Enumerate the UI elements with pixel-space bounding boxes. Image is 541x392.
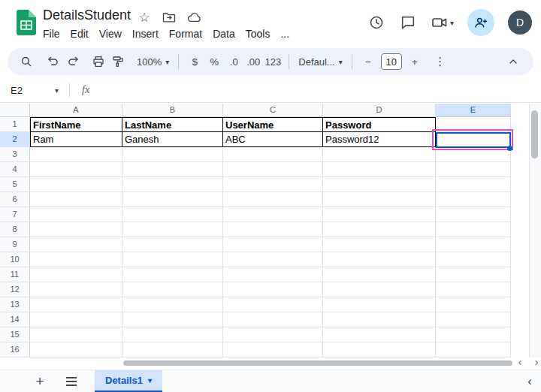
- scroll-left-icon[interactable]: ‹: [515, 357, 524, 367]
- column-header-E[interactable]: E: [436, 104, 511, 117]
- cell-C10[interactable]: [223, 252, 323, 267]
- cell-A15[interactable]: [30, 327, 122, 342]
- paint-format-button[interactable]: [108, 52, 128, 71]
- row-header-4[interactable]: 4: [0, 162, 30, 177]
- column-header-A[interactable]: A: [30, 104, 122, 117]
- cell-B1[interactable]: LastName: [122, 117, 223, 132]
- row-header-5[interactable]: 5: [0, 177, 30, 192]
- cell-C15[interactable]: [223, 327, 323, 342]
- menu-overflow[interactable]: ...: [275, 26, 295, 42]
- cell-E14[interactable]: [436, 312, 511, 327]
- cell-B3[interactable]: [122, 147, 223, 162]
- row-header-6[interactable]: 6: [0, 192, 30, 207]
- number-format-button[interactable]: 123: [263, 52, 283, 71]
- sheets-logo-icon[interactable]: [17, 10, 36, 35]
- row-header-1[interactable]: 1: [0, 117, 30, 132]
- all-sheets-menu-icon[interactable]: [60, 371, 83, 392]
- cell-B11[interactable]: [122, 267, 223, 282]
- cell-E13[interactable]: [436, 297, 511, 312]
- cell-E11[interactable]: [436, 267, 511, 282]
- cell-A3[interactable]: [30, 147, 122, 162]
- cell-D3[interactable]: [323, 147, 436, 162]
- cell-B12[interactable]: [122, 282, 223, 297]
- scroll-right-icon[interactable]: ›: [532, 357, 541, 367]
- column-header-D[interactable]: D: [323, 104, 436, 117]
- zoom-select[interactable]: 100% ▾: [134, 52, 172, 71]
- cell-A14[interactable]: [30, 312, 122, 327]
- cell-C1[interactable]: UserName: [223, 117, 323, 132]
- cell-D5[interactable]: [323, 177, 436, 192]
- menu-format[interactable]: Format: [164, 26, 207, 42]
- font-size-input[interactable]: 10: [381, 53, 402, 70]
- cell-D10[interactable]: [323, 252, 436, 267]
- more-options-icon[interactable]: ⋮: [431, 52, 450, 71]
- cell-B14[interactable]: [122, 312, 223, 327]
- cell-A13[interactable]: [30, 297, 122, 312]
- cell-C16[interactable]: [223, 342, 323, 357]
- cell-E7[interactable]: [436, 207, 511, 222]
- sheet-tab-details1[interactable]: Details1 ▾: [95, 370, 162, 392]
- cell-E12[interactable]: [436, 282, 511, 297]
- cell-D1[interactable]: Password: [323, 117, 436, 132]
- cell-E10[interactable]: [436, 252, 511, 267]
- cell-A9[interactable]: [30, 237, 122, 252]
- cell-C11[interactable]: [223, 267, 323, 282]
- cell-E4[interactable]: [436, 162, 511, 177]
- cell-C7[interactable]: [223, 207, 323, 222]
- cell-B15[interactable]: [122, 327, 223, 342]
- cell-C3[interactable]: [223, 147, 323, 162]
- cell-D9[interactable]: [323, 237, 436, 252]
- menu-data[interactable]: Data: [207, 26, 240, 42]
- row-header-9[interactable]: 9: [0, 237, 30, 252]
- column-header-B[interactable]: B: [122, 104, 223, 117]
- cell-B6[interactable]: [122, 192, 223, 207]
- comments-icon[interactable]: [399, 14, 417, 32]
- cell-D7[interactable]: [323, 207, 436, 222]
- increase-font-size-button[interactable]: +: [405, 52, 425, 71]
- menu-file[interactable]: File: [38, 26, 65, 42]
- row-header-8[interactable]: 8: [0, 222, 30, 237]
- cell-D15[interactable]: [323, 327, 436, 342]
- cloud-status-icon[interactable]: [186, 10, 201, 25]
- undo-button[interactable]: [44, 52, 63, 71]
- cell-E5[interactable]: [436, 177, 511, 192]
- horizontal-scrollbar-thumb[interactable]: [123, 360, 512, 366]
- decrease-font-size-button[interactable]: −: [358, 52, 378, 71]
- menu-edit[interactable]: Edit: [65, 26, 94, 42]
- meet-button[interactable]: ▾: [431, 14, 454, 32]
- active-cell-selection[interactable]: [436, 132, 511, 148]
- percent-format-button[interactable]: %: [204, 52, 224, 71]
- cell-D11[interactable]: [323, 267, 436, 282]
- cell-C14[interactable]: [223, 312, 323, 327]
- move-folder-icon[interactable]: [162, 10, 177, 25]
- vertical-scrollbar-thumb[interactable]: [531, 110, 538, 158]
- formula-input[interactable]: [89, 78, 541, 102]
- cell-B13[interactable]: [122, 297, 223, 312]
- cell-B2[interactable]: Ganesh: [122, 132, 223, 147]
- cell-B7[interactable]: [122, 207, 223, 222]
- fill-handle[interactable]: [507, 146, 512, 151]
- row-header-7[interactable]: 7: [0, 207, 30, 222]
- cell-B9[interactable]: [122, 237, 223, 252]
- cell-D16[interactable]: [323, 342, 436, 357]
- document-title[interactable]: DetailsStudent: [43, 8, 131, 23]
- add-sheet-button[interactable]: +: [29, 371, 51, 392]
- menu-tools[interactable]: Tools: [240, 26, 276, 42]
- cell-B4[interactable]: [122, 162, 223, 177]
- cell-A1[interactable]: FirstName: [30, 117, 122, 132]
- avatar[interactable]: D: [508, 11, 532, 35]
- cell-A5[interactable]: [30, 177, 122, 192]
- column-header-C[interactable]: C: [223, 104, 323, 117]
- cell-C5[interactable]: [223, 177, 323, 192]
- name-box[interactable]: E2 ▾: [0, 85, 65, 96]
- cell-D8[interactable]: [323, 222, 436, 237]
- cell-B16[interactable]: [122, 342, 223, 357]
- cell-A7[interactable]: [30, 207, 122, 222]
- cell-B5[interactable]: [122, 177, 223, 192]
- currency-format-button[interactable]: $: [185, 52, 204, 71]
- cell-D2[interactable]: Password12: [323, 132, 436, 147]
- search-icon[interactable]: [17, 52, 36, 71]
- cell-B10[interactable]: [122, 252, 223, 267]
- redo-button[interactable]: [63, 52, 83, 71]
- cell-B8[interactable]: [122, 222, 223, 237]
